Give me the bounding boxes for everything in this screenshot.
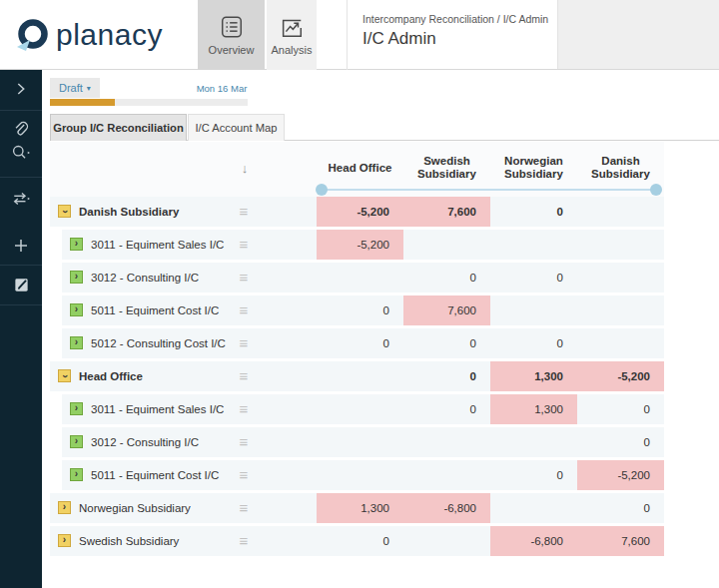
table-row: › 3012 - Consulting I/C ≡ 0 0 bbox=[62, 263, 664, 293]
value-cell-head-office[interactable] bbox=[317, 427, 403, 457]
value-cell-norwegian-subsidiary[interactable]: 0 bbox=[490, 263, 577, 293]
nav-tab-label: Analysis bbox=[272, 44, 313, 56]
row-menu-icon[interactable]: ≡ bbox=[236, 460, 252, 490]
expand-toggle[interactable]: › bbox=[70, 468, 83, 481]
value-cell-norwegian-subsidiary[interactable] bbox=[490, 295, 577, 325]
value-cell-danish-subsidiary[interactable] bbox=[577, 230, 664, 260]
value-cell-head-office[interactable]: -5,200 bbox=[317, 230, 403, 260]
value-cell-head-office[interactable]: 0 bbox=[317, 526, 403, 556]
value-cell-swedish-subsidiary[interactable] bbox=[403, 230, 490, 260]
chevron-icon: › bbox=[75, 469, 78, 479]
row-label: 5012 - Consulting Cost I/C bbox=[91, 328, 226, 358]
expand-toggle[interactable]: › bbox=[70, 336, 83, 349]
expand-toggle[interactable]: › bbox=[70, 402, 83, 415]
value-cell-swedish-subsidiary[interactable] bbox=[403, 427, 490, 457]
value-cell-swedish-subsidiary[interactable] bbox=[403, 526, 490, 556]
table-row: › Swedish Subsidiary ≡ 0 -6,800 7,600 bbox=[50, 526, 664, 556]
value-cell-danish-subsidiary[interactable] bbox=[577, 328, 664, 358]
expand-toggle[interactable]: › bbox=[58, 501, 71, 514]
value-cell-swedish-subsidiary[interactable]: 7,600 bbox=[403, 197, 490, 227]
expand-toggle[interactable]: › bbox=[70, 271, 83, 284]
collapse-toggle[interactable]: › bbox=[58, 369, 71, 382]
value-cell-norwegian-subsidiary[interactable]: -6,800 bbox=[490, 526, 577, 556]
value-cell-head-office[interactable]: 0 bbox=[317, 328, 403, 358]
sidebar-attachments-button[interactable] bbox=[0, 116, 42, 142]
sidebar-add-button[interactable] bbox=[0, 233, 42, 259]
row-label: 5011 - Equiment Cost I/C bbox=[91, 460, 219, 490]
value-cell-head-office[interactable]: 1,300 bbox=[317, 493, 403, 523]
value-cell-danish-subsidiary[interactable]: -5,200 bbox=[577, 361, 664, 391]
row-label: Norwegian Subsidiary bbox=[79, 493, 191, 523]
value-cell-swedish-subsidiary[interactable]: 0 bbox=[403, 328, 490, 358]
value-cell-head-office[interactable] bbox=[317, 460, 403, 490]
row-menu-icon[interactable]: ≡ bbox=[236, 230, 252, 260]
value-cell-danish-subsidiary[interactable] bbox=[577, 263, 664, 293]
row-label: 3012 - Consulting I/C bbox=[91, 427, 199, 457]
chevron-icon: › bbox=[75, 239, 78, 249]
value-cell-swedish-subsidiary[interactable]: 0 bbox=[403, 394, 490, 424]
value-cell-swedish-subsidiary[interactable]: 7,600 bbox=[403, 295, 490, 325]
value-cell-danish-subsidiary[interactable] bbox=[577, 197, 664, 227]
app-logo[interactable]: planacy bbox=[14, 11, 163, 59]
value-cell-head-office[interactable]: -5,200 bbox=[317, 197, 403, 227]
table-row: › 3011 - Equiment Sales I/C ≡ 0 1,300 0 bbox=[62, 394, 664, 424]
row-menu-icon[interactable]: ≡ bbox=[236, 493, 252, 523]
row-menu-icon[interactable]: ≡ bbox=[236, 263, 252, 293]
breadcrumb: Intercompany Reconciliation / I/C Admin bbox=[362, 13, 548, 25]
value-cell-swedish-subsidiary[interactable]: -6,800 bbox=[403, 493, 490, 523]
sidebar-transfer-button[interactable] bbox=[0, 186, 42, 212]
value-cell-danish-subsidiary[interactable]: 0 bbox=[577, 427, 664, 457]
row-label: 3012 - Consulting I/C bbox=[91, 263, 199, 293]
row-label: Danish Subsidiary bbox=[79, 197, 179, 227]
value-cell-norwegian-subsidiary[interactable] bbox=[490, 493, 577, 523]
expand-toggle[interactable]: › bbox=[70, 303, 83, 316]
value-cell-norwegian-subsidiary[interactable]: 0 bbox=[490, 460, 577, 490]
value-cell-norwegian-subsidiary[interactable] bbox=[490, 230, 577, 260]
value-cell-norwegian-subsidiary[interactable] bbox=[490, 427, 577, 457]
sidebar-search-button[interactable] bbox=[0, 140, 42, 166]
row-menu-icon[interactable]: ≡ bbox=[236, 526, 252, 556]
top-bar: planacy Overview Analysis Intercompany R… bbox=[0, 0, 719, 70]
value-cell-norwegian-subsidiary[interactable]: 0 bbox=[490, 328, 577, 358]
value-cell-norwegian-subsidiary[interactable]: 1,300 bbox=[490, 361, 577, 391]
value-cell-danish-subsidiary[interactable]: -5,200 bbox=[577, 460, 664, 490]
logo-wordmark: planacy bbox=[56, 18, 163, 52]
chevron-icon: › bbox=[75, 304, 78, 314]
row-menu-icon[interactable]: ≡ bbox=[236, 427, 252, 457]
value-cell-danish-subsidiary[interactable]: 7,600 bbox=[577, 526, 664, 556]
expand-toggle[interactable]: › bbox=[70, 435, 83, 448]
sidebar-divider bbox=[0, 110, 42, 111]
chevron-icon: › bbox=[60, 374, 70, 377]
row-menu-icon[interactable]: ≡ bbox=[236, 295, 252, 325]
value-cell-head-office[interactable] bbox=[317, 394, 403, 424]
sidebar-compose-button[interactable] bbox=[0, 272, 42, 297]
value-cell-norwegian-subsidiary[interactable]: 1,300 bbox=[490, 394, 577, 424]
row-menu-icon[interactable]: ≡ bbox=[236, 197, 252, 227]
value-cell-danish-subsidiary[interactable] bbox=[577, 295, 664, 325]
row-menu-icon[interactable]: ≡ bbox=[236, 328, 252, 358]
nav-tab-analysis[interactable]: Analysis bbox=[267, 0, 317, 70]
sidebar-expand-button[interactable] bbox=[0, 76, 42, 102]
expand-toggle[interactable]: › bbox=[58, 534, 71, 547]
value-cell-swedish-subsidiary[interactable]: 0 bbox=[403, 361, 490, 391]
value-cell-head-office[interactable]: 0 bbox=[317, 295, 403, 325]
collapse-toggle[interactable]: › bbox=[58, 205, 71, 218]
value-cell-danish-subsidiary[interactable]: 0 bbox=[577, 493, 664, 523]
expand-toggle[interactable]: › bbox=[70, 238, 83, 251]
value-cell-head-office[interactable] bbox=[317, 361, 403, 391]
row-menu-icon[interactable]: ≡ bbox=[236, 361, 252, 391]
value-cell-norwegian-subsidiary[interactable]: 0 bbox=[490, 197, 577, 227]
chevron-icon: › bbox=[60, 210, 70, 213]
chevron-icon: › bbox=[75, 436, 78, 446]
chevron-icon: › bbox=[75, 337, 78, 347]
tab-ic-account-map[interactable]: I/C Account Map bbox=[188, 114, 285, 141]
compose-icon bbox=[13, 277, 30, 294]
value-cell-swedish-subsidiary[interactable] bbox=[403, 460, 490, 490]
row-menu-icon[interactable]: ≡ bbox=[236, 394, 252, 424]
value-cell-swedish-subsidiary[interactable]: 0 bbox=[403, 263, 490, 293]
value-cell-danish-subsidiary[interactable]: 0 bbox=[577, 394, 664, 424]
value-cell-head-office[interactable] bbox=[317, 263, 403, 293]
tab-group-ic-reconciliation[interactable]: Group I/C Reconciliation bbox=[50, 114, 187, 141]
nav-tab-overview[interactable]: Overview bbox=[198, 0, 265, 70]
logo-mark-icon bbox=[14, 16, 52, 54]
